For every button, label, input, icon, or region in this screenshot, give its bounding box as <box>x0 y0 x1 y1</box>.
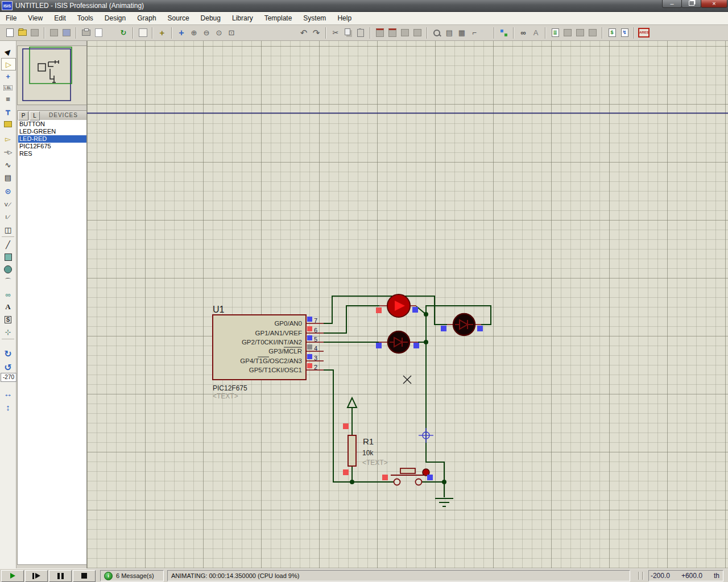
paste-icon[interactable] <box>355 28 366 38</box>
selection-mode-icon[interactable]: ▶ <box>1 45 15 57</box>
step-button[interactable] <box>25 570 48 582</box>
2d-arc-icon[interactable]: ⌒ <box>1 276 15 288</box>
block-move-icon[interactable] <box>387 28 398 38</box>
rotation-angle-field[interactable]: -270 <box>1 373 16 382</box>
buses-icon[interactable]: ┳ <box>1 105 15 116</box>
menu-design[interactable]: Design <box>99 13 131 23</box>
led-right-off[interactable] <box>441 314 483 335</box>
wire-label-icon[interactable]: LBL <box>1 82 15 93</box>
print-area-icon[interactable] <box>93 28 104 38</box>
save-design-icon[interactable] <box>30 28 40 38</box>
minimize-button[interactable]: – <box>662 0 682 8</box>
make-device-icon[interactable]: ▤ <box>444 28 454 38</box>
close-button[interactable]: × <box>701 0 727 8</box>
component-push-button[interactable] <box>382 468 433 485</box>
title-bar[interactable]: ISIS UNTITLED - ISIS Professional (Anima… <box>0 0 728 12</box>
menu-graph[interactable]: Graph <box>131 13 162 23</box>
terminals-mode-icon[interactable]: ▻ <box>1 133 15 144</box>
rotate-clockwise-icon[interactable]: ↻ <box>1 348 15 359</box>
rotate-anticlockwise-icon[interactable]: ↺ <box>1 361 15 373</box>
menu-source[interactable]: Source <box>162 13 195 23</box>
undo-icon[interactable]: ↶ <box>299 28 309 38</box>
zoom-out-icon[interactable]: ⊖ <box>201 28 212 38</box>
new-design-icon[interactable] <box>5 28 15 38</box>
print-icon[interactable] <box>81 28 91 38</box>
graph-mode-icon[interactable]: ∿ <box>1 159 15 171</box>
schematic-canvas[interactable]: U1 PIC12F675 <TEXT> GP0/AN0 GP1/AN1/VREF… <box>86 41 728 568</box>
menu-template[interactable]: Template <box>259 13 298 23</box>
device-item-button[interactable]: BUTTON <box>18 120 86 128</box>
copy-icon[interactable] <box>343 28 353 38</box>
current-probe-icon[interactable]: I⟋ <box>1 211 15 223</box>
cut-icon[interactable]: ✂ <box>330 28 341 38</box>
toggle-grid-icon[interactable] <box>138 28 148 38</box>
new-sheet-icon[interactable] <box>562 28 573 38</box>
tape-recorder-icon[interactable]: ▤ <box>1 172 15 183</box>
electrical-rule-check-icon[interactable]: ↯ <box>619 28 630 38</box>
pause-button[interactable] <box>49 570 72 582</box>
library-button[interactable]: L <box>30 111 40 120</box>
message-panel[interactable]: i 6 Message(s) <box>100 570 164 581</box>
2d-text-icon[interactable]: A <box>1 301 15 313</box>
device-item-pic12f675[interactable]: PIC12F675 <box>18 143 86 150</box>
component-mode-icon[interactable]: ▷ <box>1 58 16 70</box>
device-item-led-red[interactable]: LED-RED <box>18 135 86 143</box>
menu-debug[interactable]: Debug <box>195 13 226 23</box>
device-item-res[interactable]: RES <box>18 150 86 157</box>
subcircuit-icon[interactable] <box>1 118 15 130</box>
pick-parts-icon[interactable] <box>432 28 442 38</box>
menu-system[interactable]: System <box>297 13 332 23</box>
generator-mode-icon[interactable]: ⊙ <box>1 185 15 197</box>
restore-button[interactable] <box>681 0 701 8</box>
decompose-icon[interactable]: ⌐ <box>469 28 479 38</box>
zoom-in-icon[interactable]: ⊕ <box>189 28 199 38</box>
menu-library[interactable]: Library <box>226 13 259 23</box>
block-copy-icon[interactable] <box>375 28 385 38</box>
2d-marker-icon[interactable]: ⊹ <box>1 326 15 338</box>
led-top-lit[interactable] <box>376 294 418 317</box>
2d-box-icon[interactable] <box>1 251 15 263</box>
text-script-icon[interactable]: ≡ <box>1 93 15 105</box>
packaging-tool-icon[interactable]: ▦ <box>457 28 467 38</box>
export-section-icon[interactable] <box>61 28 72 38</box>
voltage-probe-icon[interactable]: V⟋ <box>1 199 15 210</box>
block-rotate-icon[interactable] <box>400 28 410 38</box>
pick-device-button[interactable]: P <box>18 111 28 120</box>
ground-symbol[interactable] <box>435 498 453 506</box>
goto-sheet-icon[interactable] <box>588 28 598 38</box>
2d-line-icon[interactable]: ╱ <box>1 239 15 250</box>
component-r1-resistor[interactable]: R1 10k <TEXT> <box>343 423 388 475</box>
menu-view[interactable]: View <box>22 13 48 23</box>
menu-file[interactable]: File <box>0 13 22 23</box>
mirror-horizontal-icon[interactable]: ↔ <box>1 388 15 399</box>
zoom-all-icon[interactable]: ⊙ <box>214 28 224 38</box>
origin-icon[interactable]: + <box>157 28 167 38</box>
component-u1-pic12f675[interactable]: U1 PIC12F675 <TEXT> GP0/AN0 GP1/AN1/VREF… <box>213 305 324 400</box>
property-assignment-icon[interactable]: A <box>531 28 541 38</box>
remove-sheet-icon[interactable] <box>575 28 585 38</box>
open-design-icon[interactable] <box>17 28 27 38</box>
wire-autorouter-icon[interactable] <box>499 28 509 38</box>
2d-circle-icon[interactable] <box>1 264 15 275</box>
mirror-vertical-icon[interactable]: ↕ <box>1 401 15 413</box>
junction-dot-icon[interactable]: + <box>1 70 15 82</box>
play-button[interactable] <box>1 570 24 582</box>
device-item-led-green[interactable]: LED-GREEN <box>18 128 86 135</box>
power-terminal[interactable] <box>348 398 357 408</box>
block-delete-icon[interactable] <box>412 28 423 38</box>
import-section-icon[interactable] <box>49 28 59 38</box>
bill-of-materials-icon[interactable]: $ <box>607 28 617 38</box>
search-tag-icon[interactable]: ∞ <box>518 28 528 38</box>
overview-window[interactable] <box>17 45 87 105</box>
2d-path-icon[interactable]: ∞ <box>1 289 15 300</box>
stop-button[interactable] <box>73 570 96 582</box>
2d-symbol-icon[interactable]: S <box>1 314 15 325</box>
menu-edit[interactable]: Edit <box>48 13 72 23</box>
menu-help[interactable]: Help <box>332 13 357 23</box>
pan-icon[interactable]: + <box>176 28 187 38</box>
netlist-to-ares-icon[interactable]: ARES <box>639 28 649 38</box>
design-explorer-icon[interactable]: ≣ <box>550 28 560 38</box>
led-middle-off[interactable] <box>376 331 419 353</box>
zoom-area-icon[interactable]: ⊡ <box>226 28 237 38</box>
redraw-icon[interactable]: ↻ <box>118 28 129 38</box>
